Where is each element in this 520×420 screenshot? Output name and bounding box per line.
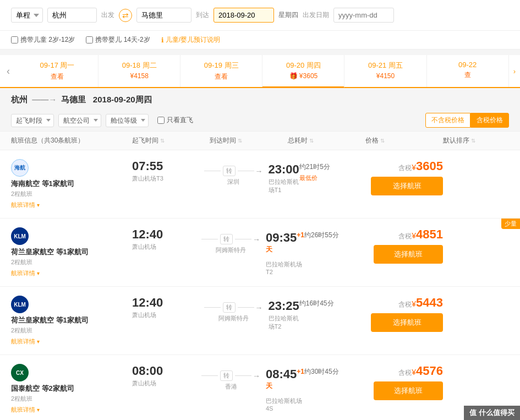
cabin-filter[interactable]: 舱位等级 <box>106 114 149 127</box>
duration-text-3: 约30时45分 <box>304 367 374 377</box>
date-tab-4[interactable]: 09-21 周五 ¥4150 <box>344 55 426 87</box>
transfer-badge-0: 转 <box>223 166 236 176</box>
duration-text-1: 约26时55分 <box>304 231 374 240</box>
duration-col-1: 约26时55分 <box>304 227 374 240</box>
arrow-right-icon-0: → <box>255 167 263 176</box>
arrow-line-right-2 <box>238 307 254 308</box>
flight-detail-link-2[interactable]: 航班详情 ▾ <box>11 338 40 345</box>
infant-checkbox-input[interactable] <box>86 36 93 43</box>
depart-airport-3: 萧山机场 <box>132 379 201 388</box>
airline-info-3: CX 国泰航空 等2家航司 2程航班 航班详情 ▾ <box>11 364 132 414</box>
route-arrow-icon: ——→ <box>32 95 57 104</box>
depart-time-col-2: 12:40 萧山机场 <box>132 296 204 319</box>
col-arrive-time[interactable]: 到达时间 ⇅ <box>210 136 287 145</box>
airline-name-0: 海南航空 等1家航司 <box>11 179 132 189</box>
airline-logo-1: KLM <box>11 227 29 245</box>
tax-exclude-button[interactable]: 不含税价格 <box>425 113 470 128</box>
transfer-arrive-col-3: 转 → 香港 08:45+1天 巴拉哈斯机场4S <box>201 364 304 412</box>
depart-time-3: 08:00 <box>132 364 201 378</box>
select-btn-3[interactable]: 选择航班 <box>374 381 443 400</box>
sort-icon-duration: ⇅ <box>309 138 314 144</box>
arrow-line-right-3 <box>235 375 251 376</box>
price-col-0: 含税¥3605 选择航班 <box>371 159 443 195</box>
chevron-down-icon: ▾ <box>37 270 40 276</box>
tab-date-4: 09-21 周五 <box>349 61 422 70</box>
tax-include-button[interactable]: 含税价格 <box>470 113 509 128</box>
currency-3: ¥ <box>412 368 416 377</box>
col-default-sort[interactable]: 默认排序 ⇅ <box>443 136 509 145</box>
chevron-down-icon: ▾ <box>37 339 40 345</box>
tab-price-0: 查看 <box>21 72 94 81</box>
date-prev-button[interactable]: ‹ <box>0 55 17 87</box>
airline-info-1: KLM 荷兰皇家航空 等1家航司 2程航班 航班详情 ▾ <box>11 227 132 277</box>
date-tab-2[interactable]: 09-19 周三 查看 <box>180 55 262 87</box>
direct-only-checkbox[interactable]: 只看直飞 <box>157 116 193 125</box>
date-tab-3[interactable]: 09-20 周四 🎁 ¥3605 <box>262 55 344 88</box>
flight-row-2: KLM 荷兰皇家航空 等1家航司 2程航班 航班详情 ▾ 12:40 萧山机场 … <box>0 287 520 355</box>
date-next-button[interactable]: › <box>509 55 520 87</box>
direct-checkbox-input[interactable] <box>157 117 165 124</box>
date-tab-0[interactable]: 09-17 周一 查看 <box>17 55 98 87</box>
flight-list: 海航 海南航空 等1家航司 2程航班 航班详情 ▾ 07:55 萧山机场T3 转… <box>0 150 520 420</box>
price-col-1: 含税¥4851 选择航班 <box>374 227 443 264</box>
flight-detail-link-0[interactable]: 航班详情 ▾ <box>11 201 40 208</box>
lowest-price-0: 最低价 <box>299 174 371 182</box>
col-price[interactable]: 价格 ⇅ <box>365 136 443 145</box>
select-btn-1[interactable]: 选择航班 <box>374 245 443 264</box>
child-label: 携带儿童 2岁-12岁 <box>20 35 75 45</box>
depart-date-label: 出发日期 <box>303 10 329 20</box>
depart-time-filter[interactable]: 起飞时段 <box>11 114 54 127</box>
child-checkbox-input[interactable] <box>11 36 18 43</box>
tab-price-1: ¥4158 <box>103 72 176 80</box>
info-link[interactable]: ℹ 儿童/婴儿预订说明 <box>161 35 220 45</box>
airline-name-2: 荷兰皇家航空 等1家航司 <box>11 315 132 325</box>
date-tab-1[interactable]: 09-18 周二 ¥4158 <box>98 55 180 87</box>
transfer-arrive-col-1: 转 → 阿姆斯特丹 09:35+1天 巴拉哈斯机场T2 <box>201 227 304 275</box>
flight-row-0: 海航 海南航空 等1家航司 2程航班 航班详情 ▾ 07:55 萧山机场T3 转… <box>0 150 520 219</box>
col-depart-time[interactable]: 起飞时间 ⇅ <box>132 136 210 145</box>
arrive-airport-2: 巴拉哈斯机场T2 <box>269 314 299 331</box>
arrive-airport-0: 巴拉哈斯机场T1 <box>269 178 299 194</box>
checkbox-row: 携带儿童 2岁-12岁 携带婴儿 14天-2岁 ℹ 儿童/婴儿预订说明 <box>0 31 520 50</box>
currency-2: ¥ <box>412 299 416 308</box>
airline-filter[interactable]: 航空公司 <box>58 114 101 127</box>
origin-label: 出发 <box>101 10 114 20</box>
destination-input[interactable] <box>136 8 191 23</box>
select-btn-2[interactable]: 选择航班 <box>371 313 443 332</box>
flight-class-0: 2程航班 <box>11 190 132 198</box>
price-tax-0: 含税¥3605 <box>371 159 443 173</box>
duration-col-0: 约21时5分 最低价 <box>299 159 371 182</box>
child-checkbox[interactable]: 携带儿童 2岁-12岁 <box>11 35 75 45</box>
swap-button[interactable]: ⇄ <box>119 9 132 22</box>
arrive-time-0: 23:00 <box>269 162 299 177</box>
trip-type-select[interactable]: 单程 <box>11 8 43 23</box>
transfer-arrow-2: 转 → <box>204 302 263 313</box>
depart-time-1: 12:40 <box>132 227 201 242</box>
price-col-3: 含税¥4576 选择航班 <box>374 364 443 400</box>
depart-airport-0: 萧山机场T3 <box>132 174 204 183</box>
arrow-line-right-0 <box>238 171 254 171</box>
origin-input[interactable] <box>47 8 97 23</box>
search-bar: 单程 出发 ⇄ 到达 星期四 出发日期 <box>0 0 520 31</box>
col-duration[interactable]: 总耗时 ⇅ <box>288 136 365 145</box>
tab-date-5: 09-22 <box>431 61 504 69</box>
tab-price-4: ¥4150 <box>349 72 422 80</box>
flight-detail-link-1[interactable]: 航班详情 ▾ <box>11 270 40 276</box>
select-btn-0[interactable]: 选择航班 <box>371 177 443 195</box>
depart-time-2: 12:40 <box>132 296 204 310</box>
bottom-logo: 值 什么值得买 <box>469 408 514 418</box>
transfer-arrive-col-2: 转 → 阿姆斯特丹 23:25 巴拉哈斯机场T2 <box>204 296 299 331</box>
depart-date-input[interactable] <box>214 8 274 23</box>
airline-logo-0: 海航 <box>11 159 29 177</box>
return-date-input[interactable] <box>333 8 394 23</box>
price-amount-1: 4851 <box>416 227 443 241</box>
duration-text-0: 约21时5分 <box>299 162 371 172</box>
airline-name-3: 国泰航空 等2家航司 <box>11 384 132 394</box>
flight-detail-link-3[interactable]: 航班详情 ▾ <box>11 406 40 413</box>
airline-info-2: KLM 荷兰皇家航空 等1家航司 2程航班 航班详情 ▾ <box>11 296 132 346</box>
sort-icon-arrive: ⇅ <box>238 138 242 144</box>
arrow-line-right-1 <box>235 239 251 239</box>
date-tab-5[interactable]: 09-22 查 <box>427 55 509 87</box>
infant-checkbox[interactable]: 携带婴儿 14天-2岁 <box>86 35 150 45</box>
date-tabs: ‹ 09-17 周一 查看 09-18 周二 ¥4158 09-19 周三 查看… <box>0 55 520 88</box>
